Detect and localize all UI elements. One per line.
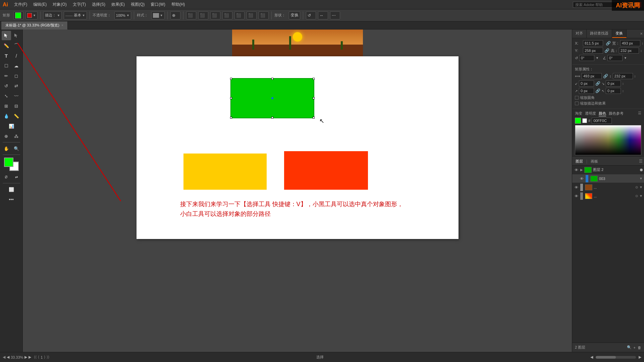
- puppet-warp-button[interactable]: ⊟: [12, 101, 21, 111]
- align-left-button[interactable]: ⬛: [186, 11, 196, 19]
- zoom-next-button[interactable]: ▶: [24, 355, 27, 359]
- panel-tab-pathfinder[interactable]: 路径查找器: [587, 29, 612, 38]
- layer-item-dots-1[interactable]: 👁 ... ⊙ ▼: [572, 183, 644, 192]
- eraser-tool-button[interactable]: ◻: [12, 71, 21, 80]
- artboard-prev-button[interactable]: ◀: [590, 355, 593, 359]
- eyedropper-button[interactable]: 💧: [2, 111, 11, 121]
- menu-select[interactable]: 选择(S): [89, 1, 108, 8]
- layer-options-icon[interactable]: ▼: [639, 177, 643, 180]
- panel-tab-transform[interactable]: 变换: [612, 29, 627, 38]
- text-tool-button[interactable]: T: [2, 51, 11, 60]
- menu-effect[interactable]: 效果(E): [109, 1, 127, 8]
- graph-tool-button[interactable]: 📊: [7, 121, 16, 131]
- corner-ry-input[interactable]: [606, 80, 621, 86]
- corner-bl-input[interactable]: [579, 88, 594, 94]
- none-color-button[interactable]: Ø: [2, 172, 11, 182]
- hand-tool-button[interactable]: ✋: [2, 144, 11, 153]
- tab-color-ref[interactable]: 颜色参考: [609, 111, 624, 116]
- canvas-area[interactable]: ↖ 接下来我们来学习一下【选择工具 快捷键：V】，小黑工具可以选中真个对象图形，…: [23, 29, 572, 352]
- width-input[interactable]: [620, 40, 640, 46]
- layers-tab-layers[interactable]: 图层: [572, 158, 586, 165]
- tab-opacity[interactable]: 透明度: [585, 111, 596, 116]
- warp-tool-button[interactable]: 〰: [12, 91, 21, 101]
- layer-eye-icon[interactable]: 👁: [574, 167, 579, 173]
- layers-panel-menu[interactable]: ☰: [638, 158, 644, 165]
- artboard-next-button[interactable]: ▶: [639, 355, 641, 359]
- mirror-tool-button[interactable]: ⇄: [12, 81, 21, 90]
- color-boxes[interactable]: [4, 158, 19, 171]
- rotation-input[interactable]: [579, 55, 594, 61]
- bg-color-swatch[interactable]: [582, 118, 587, 123]
- style-picker[interactable]: ▼: [151, 11, 165, 19]
- layer-eye-icon-003[interactable]: 👁: [579, 176, 584, 181]
- rotate-button[interactable]: ↺: [306, 11, 316, 19]
- document-tab[interactable]: 未标题-1* @ 33.33% (RGB/预览) ×: [1, 21, 68, 29]
- rotate-tool-button[interactable]: ↺: [2, 81, 11, 90]
- blend-tool-button[interactable]: ⊕: [2, 131, 11, 141]
- curvature-tool-button[interactable]: ⁀: [12, 41, 21, 50]
- align-center-v-button[interactable]: ⬛: [234, 11, 245, 19]
- align-bottom-button[interactable]: ⬛: [247, 11, 257, 19]
- reflect-button[interactable]: ↔: [318, 11, 328, 19]
- zoom-out-button[interactable]: ◀: [3, 355, 5, 359]
- x-input[interactable]: [583, 40, 603, 46]
- hex-value-input[interactable]: [592, 118, 612, 124]
- line-tool-button[interactable]: /: [12, 51, 21, 60]
- layers-tab-artboards[interactable]: 画板: [587, 158, 601, 165]
- add-layer-icon[interactable]: +: [634, 346, 636, 350]
- align-top-button[interactable]: ⬛: [222, 11, 232, 19]
- color-panel-menu[interactable]: ☰: [638, 111, 641, 116]
- scale-stroke-checkbox[interactable]: [575, 102, 579, 105]
- document-canvas[interactable]: ↖ 接下来我们来学习一下【选择工具 快捷键：V】，小黑工具可以选中真个对象图形，…: [137, 56, 459, 239]
- layer-d1-options[interactable]: ⊙: [635, 185, 638, 189]
- opacity-input[interactable]: 100% ▼: [114, 11, 131, 19]
- next-page-button[interactable]: ⟩: [44, 355, 45, 359]
- distribute-v-button[interactable]: ⬛: [259, 11, 269, 19]
- stroke-width-picker[interactable]: 描边： ▼: [43, 11, 62, 19]
- pencil-tool-button[interactable]: ✏: [2, 71, 11, 80]
- layer-d2-options[interactable]: ⊙: [635, 194, 638, 198]
- find-layer-icon[interactable]: 🔍: [627, 345, 632, 350]
- tab-gradient[interactable]: 淘变: [575, 111, 582, 116]
- last-page-button[interactable]: ⟩⟩: [47, 355, 49, 359]
- delete-layer-icon[interactable]: 🗑: [638, 346, 641, 350]
- menu-file[interactable]: 文件(F): [11, 1, 30, 8]
- zoom-tool-button[interactable]: 🔍: [12, 144, 21, 153]
- stroke-color-picker[interactable]: ▼: [25, 11, 38, 19]
- layer-item-003[interactable]: 👁 003 ▼: [572, 174, 644, 183]
- layer-item-dots-2[interactable]: 👁 ... ⊙ ▼: [572, 192, 644, 200]
- pen-tool-button[interactable]: ✏️: [2, 41, 11, 50]
- align-center-h-button[interactable]: ⬛: [198, 11, 208, 19]
- swap-color-button[interactable]: ⇄: [12, 172, 21, 182]
- layer-d1-arrow[interactable]: ▼: [639, 185, 643, 189]
- layer-d2-arrow[interactable]: ▼: [639, 194, 643, 198]
- orange-rectangle[interactable]: [284, 151, 368, 190]
- zoom-prev-button[interactable]: ◀: [7, 355, 9, 359]
- menu-view[interactable]: 视图(Q): [128, 1, 147, 8]
- green-rectangle[interactable]: [230, 78, 314, 118]
- symbol-spray-button[interactable]: ⁂: [12, 131, 21, 141]
- layer-item-2[interactable]: 👁 ▶ 图层 2: [572, 166, 644, 174]
- fill-color-picker[interactable]: [13, 11, 23, 19]
- rect-height-input[interactable]: [613, 73, 633, 79]
- tab-color[interactable]: 颜色: [599, 111, 606, 116]
- layer-eye-icon-d1[interactable]: 👁: [574, 185, 579, 190]
- more-tools-button[interactable]: •••: [7, 195, 16, 204]
- rect-tool-button[interactable]: ☐: [2, 61, 11, 70]
- paint-tool-button[interactable]: ☁: [12, 61, 21, 70]
- selection-tool-button[interactable]: [2, 31, 11, 40]
- zoom-in-button[interactable]: ▶: [29, 355, 31, 359]
- transform-button[interactable]: 变换: [289, 11, 300, 19]
- menu-text[interactable]: 文字(T): [70, 1, 89, 8]
- artboard-tool-button[interactable]: ⬜: [7, 185, 16, 194]
- prev-page-button[interactable]: ⟨: [38, 355, 39, 359]
- tab-close-button[interactable]: ×: [61, 23, 63, 27]
- menu-edit[interactable]: 编辑(E): [31, 1, 49, 8]
- free-transform-button[interactable]: ⊞: [2, 101, 11, 111]
- menu-object[interactable]: 对象(O): [50, 1, 69, 8]
- direct-selection-tool-button[interactable]: [12, 31, 21, 40]
- scale-tool-button[interactable]: ⤡: [2, 91, 11, 101]
- first-page-button[interactable]: ⟨⟨: [34, 355, 37, 359]
- align-right-button[interactable]: ⬛: [210, 11, 220, 19]
- yellow-rectangle[interactable]: [183, 154, 267, 190]
